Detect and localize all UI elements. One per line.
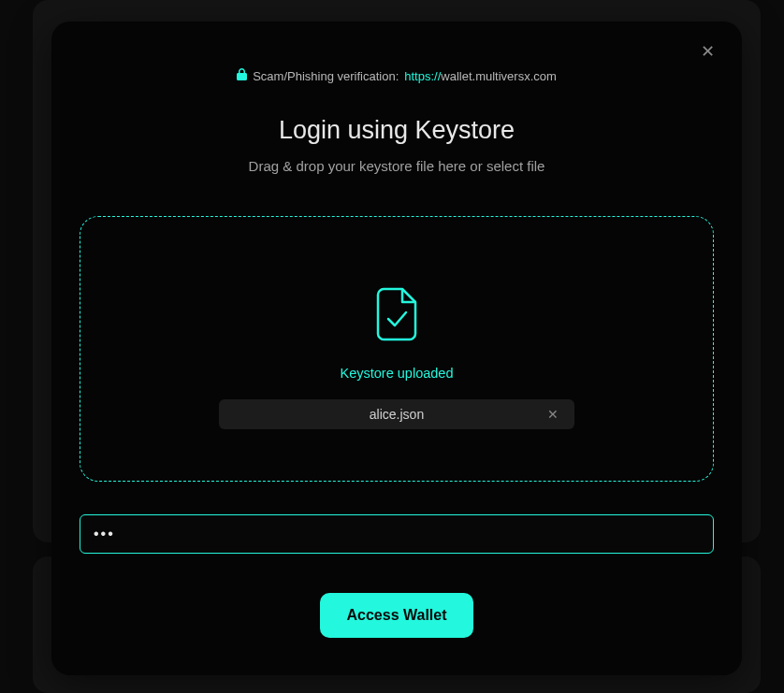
- password-input[interactable]: [80, 514, 714, 554]
- modal-title: Login using Keystore: [80, 116, 714, 145]
- keystore-dropzone[interactable]: Keystore uploaded alice.json ✕: [80, 216, 714, 482]
- close-icon: ✕: [701, 41, 715, 62]
- verification-row: Scam/Phishing verification: https://wall…: [80, 68, 714, 83]
- remove-icon: ✕: [547, 407, 559, 422]
- upload-status: Keystore uploaded: [341, 366, 454, 381]
- verification-url-protocol: https://: [404, 69, 441, 83]
- file-check-icon: [374, 287, 419, 345]
- verification-url-domain: wallet.multiversx.com: [441, 69, 557, 83]
- verification-label: Scam/Phishing verification:: [253, 69, 399, 83]
- button-row: Access Wallet: [80, 593, 714, 638]
- verification-url-link[interactable]: https://wallet.multiversx.com: [404, 69, 557, 83]
- lock-icon: [237, 68, 247, 83]
- access-wallet-button[interactable]: Access Wallet: [320, 593, 472, 638]
- file-chip: alice.json ✕: [219, 399, 574, 429]
- close-button[interactable]: ✕: [696, 40, 719, 63]
- modal-subtitle: Drag & drop your keystore file here or s…: [80, 158, 714, 174]
- login-modal: ✕ Scam/Phishing verification: https://wa…: [51, 22, 742, 675]
- file-name: alice.json: [234, 407, 559, 422]
- remove-file-button[interactable]: ✕: [544, 406, 561, 423]
